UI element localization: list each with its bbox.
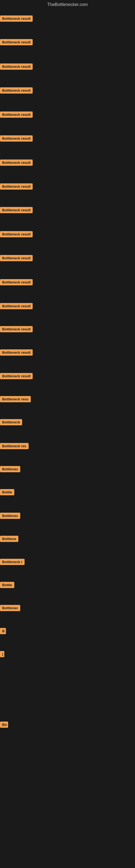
bottleneck-badge: Bottleneck result — [0, 63, 33, 70]
bottleneck-item[interactable]: Bottleneck — [0, 419, 22, 426]
bottleneck-badge: Bottle — [0, 582, 14, 588]
bottleneck-badge: Bottleneck result — [0, 183, 33, 190]
bottleneck-badge: Bottleneck — [0, 419, 22, 425]
bottleneck-badge: Bottlenec — [0, 466, 20, 472]
bottleneck-badge: Bottleneck result — [0, 255, 33, 261]
bottleneck-badge: Bottleneck result — [0, 231, 33, 237]
bottleneck-item[interactable]: Bottleneck result — [0, 135, 33, 143]
bottleneck-item[interactable]: Bottleneck result — [0, 303, 33, 310]
bottleneck-item[interactable]: Bottle — [0, 489, 14, 496]
bottleneck-item[interactable]: Bottleneck r — [0, 559, 25, 566]
bottleneck-badge: Bottleneck result — [0, 39, 33, 45]
bottleneck-badge: Bottleneck result — [0, 112, 33, 118]
bottleneck-badge: Bottle — [0, 489, 14, 495]
bottleneck-item[interactable]: Bottleneck result — [0, 159, 33, 167]
bottleneck-badge: Bottleneck result — [0, 135, 33, 142]
bottleneck-item[interactable]: Bottlene — [0, 536, 18, 543]
bottleneck-item[interactable]: Bo — [0, 721, 8, 729]
bottleneck-item[interactable]: Bottleneck result — [0, 87, 33, 95]
bottleneck-badge: Bottleneck r — [0, 559, 25, 565]
bottleneck-badge: Bottleneck result — [0, 349, 33, 355]
bottleneck-badge: Bottleneck result — [0, 373, 33, 379]
bottleneck-item[interactable]: Bottleneck result — [0, 63, 33, 71]
bottleneck-badge: Bottlenec — [0, 605, 20, 611]
bottleneck-badge: Bo — [0, 721, 8, 728]
bottleneck-item[interactable]: Bottleneck result — [0, 112, 33, 119]
bottleneck-item[interactable]: Bottleneck result — [0, 373, 33, 380]
bottleneck-badge: Bottleneck result — [0, 159, 33, 166]
bottleneck-item[interactable]: Bottleneck result — [0, 183, 33, 191]
bottleneck-item[interactable]: B — [0, 628, 6, 635]
bottleneck-badge: Bottleneck result — [0, 303, 33, 309]
bottleneck-badge: Bottleneck result — [0, 207, 33, 213]
bottleneck-item[interactable]: Bottleneck result — [0, 349, 33, 357]
bottleneck-badge: Bottleneck result — [0, 87, 33, 94]
bottleneck-item[interactable]: Bottleneck result — [0, 231, 33, 239]
bottleneck-badge: | — [0, 651, 4, 657]
bottleneck-badge: B — [0, 628, 6, 634]
bottleneck-item[interactable]: Bottleneck result — [0, 39, 33, 46]
bottleneck-item[interactable]: Bottleneck resu — [0, 396, 31, 403]
bottleneck-badge: Bottlenec — [0, 513, 20, 519]
bottleneck-item[interactable]: Bottlenec — [0, 513, 20, 520]
site-title: TheBottlenecker.com — [0, 0, 135, 9]
bottleneck-item[interactable]: Bottlenec — [0, 466, 20, 473]
bottleneck-badge: Bottleneck resu — [0, 396, 31, 402]
bottleneck-item[interactable]: Bottleneck result — [0, 255, 33, 262]
bottleneck-badge: Bottleneck res — [0, 443, 29, 449]
bottleneck-badge: Bottleneck result — [0, 326, 33, 332]
bottleneck-item[interactable]: Bottleneck res — [0, 443, 29, 450]
bottleneck-item[interactable]: Bottleneck result — [0, 16, 33, 23]
bottleneck-item[interactable]: Bottleneck result — [0, 326, 33, 333]
bottleneck-item[interactable]: Bottleneck result — [0, 207, 33, 214]
bottleneck-item[interactable]: Bottleneck result — [0, 279, 33, 286]
bottleneck-item[interactable]: Bottle — [0, 582, 14, 589]
bottleneck-item[interactable]: | — [0, 651, 4, 658]
bottleneck-badge: Bottlene — [0, 536, 18, 542]
bottleneck-badge: Bottleneck result — [0, 16, 33, 22]
bottleneck-item[interactable]: Bottlenec — [0, 605, 20, 612]
bottleneck-badge: Bottleneck result — [0, 279, 33, 285]
